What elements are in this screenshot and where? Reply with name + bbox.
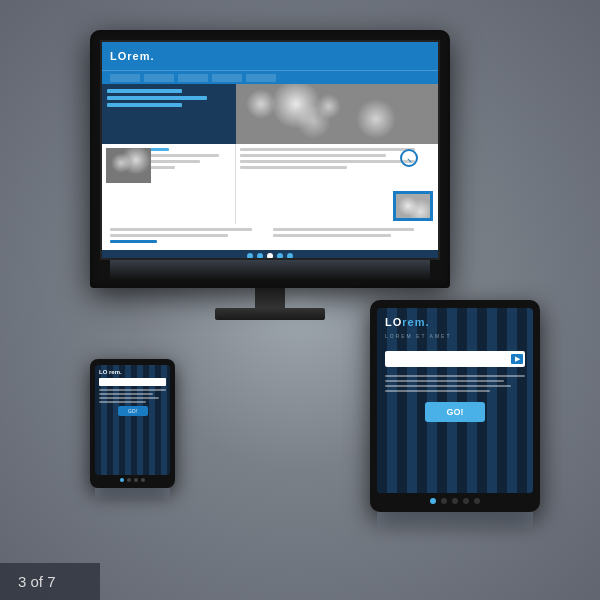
phone: LO rem. GO! bbox=[90, 359, 175, 500]
slide-counter-badge: 3 of 7 bbox=[0, 563, 100, 600]
phone-dots bbox=[95, 475, 170, 482]
tablet-content: LOrem. LOREM ET AMET ▶ GO! bbox=[377, 308, 533, 493]
tablet-dot bbox=[463, 498, 469, 504]
tablet-go-button[interactable]: GO! bbox=[425, 402, 485, 422]
web-text-line bbox=[110, 228, 252, 231]
tablet-logo: LOrem. bbox=[385, 316, 525, 328]
phone-dot bbox=[141, 478, 145, 482]
tablet-search-bar: ▶ bbox=[385, 351, 525, 367]
web-header: LOrem. bbox=[102, 42, 438, 70]
bokeh bbox=[296, 104, 331, 139]
web-bottom-content bbox=[102, 224, 438, 250]
web-content-left bbox=[102, 144, 236, 224]
web-text-line bbox=[240, 166, 346, 169]
web-logo-rest: rem. bbox=[127, 50, 154, 62]
phone-dot bbox=[127, 478, 131, 482]
hero-text-line bbox=[107, 89, 182, 93]
search-arrow-icon: ▶ bbox=[511, 354, 523, 364]
monitor-screen: LOrem. bbox=[100, 40, 440, 260]
monitor-outer: LOrem. bbox=[90, 30, 450, 288]
tablet-dots bbox=[377, 493, 533, 504]
nav-item bbox=[144, 74, 174, 82]
phone-text-line bbox=[99, 401, 146, 403]
tablet-text-line bbox=[385, 375, 525, 377]
hero-text-line bbox=[107, 96, 207, 100]
phone-reflection bbox=[95, 488, 170, 500]
hero-text-line bbox=[107, 103, 182, 107]
tablet-reflection bbox=[377, 512, 533, 530]
phone-screen: LO rem. GO! bbox=[95, 365, 170, 475]
web-text-line bbox=[240, 148, 414, 151]
tablet-logo-sub: LOREM ET AMET bbox=[385, 333, 525, 339]
phone-text-line bbox=[99, 397, 159, 399]
tablet-dot bbox=[430, 498, 436, 504]
web-hero bbox=[102, 84, 438, 144]
web-logo-text: LO bbox=[110, 50, 127, 62]
monitor-base bbox=[215, 308, 325, 320]
web-bottom-col bbox=[273, 228, 431, 246]
website-mockup: LOrem. bbox=[102, 42, 438, 258]
bokeh bbox=[356, 99, 396, 139]
footer-dot bbox=[287, 253, 293, 258]
web-bottom-col bbox=[110, 228, 268, 246]
tablet-body: LOrem. LOREM ET AMET ▶ GO! bbox=[370, 300, 540, 512]
web-text-line bbox=[273, 234, 391, 237]
phone-content: LO rem. GO! bbox=[95, 365, 170, 475]
web-text-line bbox=[273, 228, 415, 231]
scene: LOrem. bbox=[0, 0, 600, 600]
slide-counter-text: 3 of 7 bbox=[18, 573, 56, 590]
phone-logo: LO rem. bbox=[99, 369, 166, 375]
footer-dot-active bbox=[267, 253, 273, 258]
tablet-text-line bbox=[385, 390, 490, 392]
phone-dot bbox=[134, 478, 138, 482]
nav-item bbox=[246, 74, 276, 82]
web-text-line bbox=[110, 240, 157, 243]
web-hero-right bbox=[236, 84, 438, 144]
phone-dot bbox=[120, 478, 124, 482]
tablet-text-line bbox=[385, 385, 511, 387]
tablet-dot bbox=[452, 498, 458, 504]
phone-search-bar bbox=[99, 378, 166, 386]
monitor: LOrem. bbox=[90, 30, 450, 320]
phone-go-button[interactable]: GO! bbox=[118, 406, 148, 416]
tablet-logo-lo: LO bbox=[385, 316, 402, 328]
tablet-text-line bbox=[385, 380, 504, 382]
web-hero-left bbox=[102, 84, 236, 144]
tablet-logo-rest: rem. bbox=[402, 316, 429, 328]
footer-dot bbox=[247, 253, 253, 258]
search-icon bbox=[400, 149, 418, 167]
nav-item bbox=[178, 74, 208, 82]
web-nav bbox=[102, 70, 438, 84]
web-text-line bbox=[240, 160, 414, 163]
web-content-right bbox=[236, 144, 438, 224]
tablet-dot bbox=[474, 498, 480, 504]
phone-body: LO rem. GO! bbox=[90, 359, 175, 488]
framed-img bbox=[393, 191, 433, 221]
web-footer bbox=[102, 250, 438, 258]
web-content bbox=[102, 144, 438, 224]
monitor-reflection bbox=[110, 260, 430, 280]
tablet-screen: LOrem. LOREM ET AMET ▶ GO! bbox=[377, 308, 533, 493]
tablet: LOrem. LOREM ET AMET ▶ GO! bbox=[370, 300, 540, 530]
web-logo: LOrem. bbox=[110, 50, 155, 62]
monitor-neck bbox=[255, 288, 285, 308]
web-text-line bbox=[240, 154, 385, 157]
footer-dot bbox=[257, 253, 263, 258]
footer-dot bbox=[277, 253, 283, 258]
tablet-dot bbox=[441, 498, 447, 504]
web-text-line bbox=[110, 234, 228, 237]
nav-item bbox=[110, 74, 140, 82]
phone-text-line bbox=[99, 389, 166, 391]
phone-text-line bbox=[99, 393, 153, 395]
web-img bbox=[106, 148, 151, 183]
nav-item bbox=[212, 74, 242, 82]
